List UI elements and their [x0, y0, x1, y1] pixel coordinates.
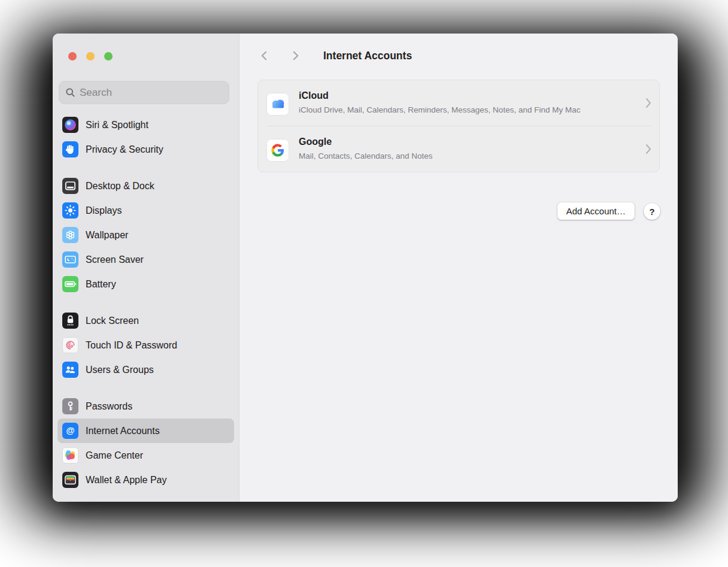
sidebar-item-users-groups[interactable]: Users & Groups	[57, 357, 234, 382]
sidebar-item-displays[interactable]: Displays	[57, 198, 234, 223]
sidebar-item-siri-spotlight[interactable]: Siri & Spotlight	[57, 113, 234, 137]
lock-screen-icon	[62, 313, 78, 329]
touch-id-icon	[62, 337, 78, 353]
chevron-right-icon	[645, 143, 652, 155]
system-settings-window: Siri & Spotlight	[53, 34, 678, 502]
desktop-background: Siri & Spotlight	[0, 0, 728, 567]
privacy-security-icon	[62, 141, 78, 157]
sidebar-item-game-center[interactable]: Game Center	[57, 443, 234, 468]
battery-icon	[62, 276, 78, 292]
settings-sidebar: Siri & Spotlight	[53, 34, 239, 502]
sidebar-item-label: Wallet & Apple Pay	[86, 475, 166, 486]
sidebar-item-wallpaper[interactable]: Wallpaper	[57, 223, 234, 247]
sidebar-group-1: Siri & Spotlight	[57, 113, 234, 162]
account-text: Google Mail, Contacts, Calendars, and No…	[299, 136, 651, 162]
wallpaper-icon	[62, 227, 78, 243]
account-description: Mail, Contacts, Calendars, and Notes	[299, 150, 622, 162]
passwords-icon	[62, 398, 78, 414]
account-row-google[interactable]: Google Mail, Contacts, Calendars, and No…	[258, 126, 659, 172]
sidebar-item-passwords[interactable]: Passwords	[57, 394, 234, 419]
sidebar-item-privacy-security[interactable]: Privacy & Security	[57, 137, 234, 162]
sidebar-item-screen-saver[interactable]: Screen Saver	[57, 247, 234, 272]
accounts-list: iCloud iCloud Drive, Mail, Calendars, Re…	[257, 80, 660, 172]
sidebar-item-label: Battery	[86, 279, 116, 290]
sidebar-item-label: Users & Groups	[86, 365, 154, 375]
sidebar-group-3: Lock Screen Touch ID & Passwo	[57, 308, 234, 382]
chevron-right-icon	[645, 97, 652, 109]
sidebar-item-label: Screen Saver	[86, 254, 144, 265]
sidebar-item-label: Desktop & Dock	[86, 181, 154, 192]
siri-spotlight-icon	[62, 117, 78, 133]
icloud-icon	[266, 93, 289, 116]
traffic-lights	[68, 52, 239, 60]
sidebar-item-label: Siri & Spotlight	[86, 120, 148, 131]
sidebar-item-touch-id[interactable]: Touch ID & Password	[57, 333, 234, 357]
forward-button[interactable]	[289, 50, 301, 62]
add-account-button[interactable]: Add Account…	[557, 202, 635, 220]
chevron-left-icon	[259, 50, 271, 62]
account-name: Google	[299, 136, 633, 148]
back-button[interactable]	[259, 50, 271, 62]
sidebar-item-label: Wallpaper	[86, 230, 128, 241]
sidebar-group-4: Passwords @ Internet Accounts	[57, 394, 234, 492]
sidebar-item-battery[interactable]: Battery	[57, 272, 234, 296]
account-name: iCloud	[299, 90, 633, 102]
sidebar-item-desktop-dock[interactable]: Desktop & Dock	[57, 174, 234, 198]
game-center-icon	[62, 447, 78, 463]
sidebar-item-label: Touch ID & Password	[86, 340, 177, 351]
internet-accounts-pane: Internet Accounts	[239, 34, 678, 502]
search-field[interactable]	[59, 81, 229, 104]
sidebar-item-label: Privacy & Security	[86, 144, 163, 155]
chevron-right-icon	[289, 50, 301, 62]
help-button[interactable]: ?	[644, 203, 660, 220]
close-button[interactable]	[68, 52, 77, 60]
sidebar-item-lock-screen[interactable]: Lock Screen	[57, 308, 234, 333]
search-input[interactable]	[80, 87, 223, 99]
sidebar-group-2: Desktop & Dock	[57, 174, 234, 296]
page-title: Internet Accounts	[323, 50, 412, 62]
wallet-apple-pay-icon	[62, 472, 78, 488]
account-row-icloud[interactable]: iCloud iCloud Drive, Mail, Calendars, Re…	[258, 80, 659, 126]
users-groups-icon	[62, 362, 78, 378]
sidebar-item-label: Passwords	[86, 401, 132, 412]
sidebar-item-label: Displays	[86, 205, 122, 216]
pane-header: Internet Accounts	[239, 34, 678, 78]
sidebar-item-label: Internet Accounts	[86, 426, 160, 436]
internet-accounts-icon: @	[62, 423, 78, 439]
zoom-button[interactable]	[104, 52, 113, 60]
sidebar-item-label: Game Center	[86, 450, 143, 461]
displays-icon	[62, 202, 78, 219]
sidebar-item-wallet-apple-pay[interactable]: Wallet & Apple Pay	[57, 468, 234, 492]
google-icon	[266, 139, 289, 162]
desktop-dock-icon	[62, 178, 78, 194]
sidebar-item-internet-accounts[interactable]: @ Internet Accounts	[57, 419, 234, 443]
screen-saver-icon	[62, 251, 78, 268]
account-text: iCloud iCloud Drive, Mail, Calendars, Re…	[299, 90, 651, 116]
sidebar-nav: Siri & Spotlight	[53, 113, 239, 492]
account-description: iCloud Drive, Mail, Calendars, Reminders…	[299, 104, 622, 116]
search-icon	[65, 87, 75, 98]
svg-text:@: @	[66, 426, 74, 435]
sidebar-item-label: Lock Screen	[86, 316, 139, 326]
minimize-button[interactable]	[86, 52, 95, 60]
